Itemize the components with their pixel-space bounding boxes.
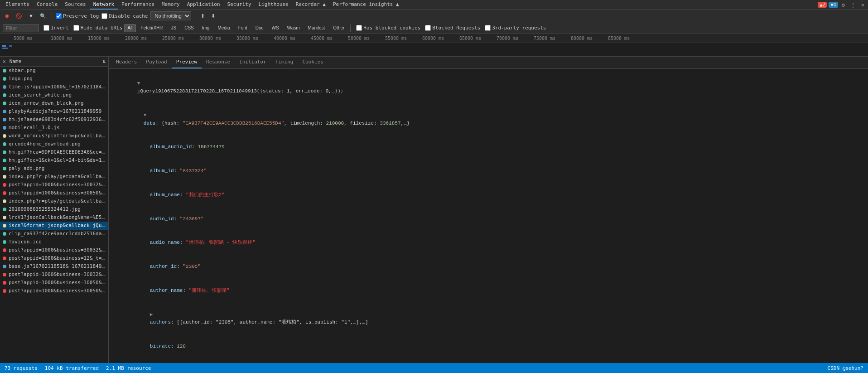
has-blocked-cookies-checkbox[interactable]: Has blocked cookies <box>356 25 420 31</box>
file-name: post?appid=1000&business=30050&_t=167021 <box>9 190 106 196</box>
blocked-requests-checkbox[interactable]: Blocked Requests <box>425 25 480 31</box>
file-item-iscn[interactable]: iscn?&format=jsonp&callback=jQuery191067… <box>0 222 108 230</box>
tab-elements[interactable]: Elements <box>2 0 33 10</box>
file-dot <box>3 208 6 211</box>
file-item-clip-mp3[interactable]: clip_ca937f42ce9aacc3cddb2516daee55d4.mp… <box>0 230 108 238</box>
file-item-playbyaudio[interactable]: playbyAudiojs?now=1670211849959 <box>0 107 108 116</box>
filter-ws-btn[interactable]: WS <box>268 24 282 32</box>
filter-js-btn[interactable]: JS <box>168 24 180 32</box>
file-item-post-2[interactable]: post?appid=1000&business=30050&_t=167021 <box>0 189 108 197</box>
file-item-post-7[interactable]: post?appid=1000&business=30050&_t=167021 <box>0 287 108 295</box>
file-item-timejs[interactable]: time.js?appid=1000&_t=16702118499518&_r=… <box>0 83 108 91</box>
tab-console[interactable]: Console <box>33 0 61 10</box>
file-item-post-6[interactable]: post?appid=1000&business=30050&_t=167021 <box>0 279 108 287</box>
triangle-data[interactable]: ▼ <box>144 112 147 118</box>
tab-timing[interactable]: Timing <box>271 57 298 68</box>
file-item-mobilecall[interactable]: mobilecall_3.0.js <box>0 124 108 132</box>
filter-all-btn[interactable]: All <box>124 24 135 32</box>
tab-network[interactable]: Network <box>90 0 118 10</box>
file-item-lrcv1[interactable]: lrcV1?jsonCallback&songName=%E5%BF%AB% <box>0 213 108 222</box>
file-item-basejs[interactable]: base.js?16702118518&_16702118499918 <box>0 262 108 271</box>
file-item-index-2[interactable]: index.php?r=play/getdata&callback=jQuery… <box>0 197 108 205</box>
file-item-paly-add[interactable]: paly_add.png <box>0 165 108 173</box>
tab-payload[interactable]: Payload <box>141 57 171 68</box>
file-item-icon-search[interactable]: icon_search_white.png <box>0 91 108 99</box>
tab-lighthouse[interactable]: Lighthouse <box>255 0 292 10</box>
file-dot <box>3 232 6 236</box>
import-button[interactable]: ⬆ <box>199 12 207 20</box>
file-item-hmjs[interactable]: hm.js?aedee6983d4cfc62f509129360d6bb3d <box>0 116 108 124</box>
settings-icon[interactable]: ⚙ <box>840 1 847 9</box>
file-item-word-nofocus[interactable]: word_nofocus?platform=pc&callback=jQuery… <box>0 132 108 140</box>
tab-application[interactable]: Application <box>183 0 224 10</box>
filter-fetch-xhr-btn[interactable]: Fetch/XHR <box>138 24 166 32</box>
tab-response[interactable]: Response <box>202 57 235 68</box>
sort-icon[interactable]: ⇅ <box>102 58 106 64</box>
divider-3 <box>350 24 351 32</box>
filter-img-btn[interactable]: Img <box>199 24 213 32</box>
tab-perf-insights[interactable]: Performance insights ▲ <box>329 0 403 10</box>
filter-other-btn[interactable]: Other <box>330 24 347 32</box>
file-item-hmgif-1[interactable]: hm.gif?hca=9DFDCAE9CEBDE3A6&cc=1&ck=1. <box>0 148 108 156</box>
triangle-authors[interactable]: ▶ <box>150 312 153 317</box>
filter-css-btn[interactable]: CSS <box>181 24 197 32</box>
close-devtools-icon[interactable]: ✕ <box>859 1 866 9</box>
status-bar: 73 requests 104 kB transferred 2.1 MB re… <box>0 363 868 373</box>
file-name: index.php?r=play/getdata&callback=jQuery… <box>9 174 106 179</box>
timeline-tick-8: 40000 ms <box>274 36 295 41</box>
clear-button[interactable]: 🚫 <box>14 12 24 20</box>
file-item-hmgif-2[interactable]: hm.gif?cc=1&ck=1&cl=24-bit&ds=1920x10808 <box>0 156 108 165</box>
filter-icon-btn[interactable]: ▼ <box>27 12 35 19</box>
notification-badge-1[interactable]: ▲2 <box>818 2 827 8</box>
file-item-post-5[interactable]: post?appid=1000&business=30032&_t=167021 <box>0 271 108 279</box>
throttling-select[interactable]: No throttling <box>150 11 191 20</box>
resource-size: 2.1 MB resource <box>106 365 151 371</box>
file-item-favicon[interactable]: favicon.ico <box>0 238 108 246</box>
preserve-log-checkbox[interactable]: Preserve log <box>56 13 99 19</box>
triangle-root[interactable]: ▼ <box>137 81 140 86</box>
file-dot <box>3 159 6 162</box>
file-dot <box>3 265 6 268</box>
tab-memory[interactable]: Memory <box>158 0 183 10</box>
file-item-shbar[interactable]: shbar.png <box>0 67 108 75</box>
file-item-logo[interactable]: logo.png <box>0 75 108 83</box>
timeline-tick-11: 55000 ms <box>385 36 407 41</box>
filter-manifest-btn[interactable]: Manifest <box>305 24 328 32</box>
notification-badge-2[interactable]: ▼4 <box>829 2 838 8</box>
file-dot <box>3 216 6 219</box>
file-item-jpg[interactable]: 20160908035255324412.jpg <box>0 205 108 213</box>
tab-security[interactable]: Security <box>224 0 255 10</box>
preserve-log-input[interactable] <box>56 13 62 19</box>
tab-recorder[interactable]: Recorder ▲ <box>292 0 329 10</box>
tab-performance[interactable]: Performance <box>118 0 158 10</box>
file-name: icon_arrow_down_black.png <box>9 100 84 106</box>
hide-data-urls-checkbox[interactable]: Hide data URLs <box>73 25 123 31</box>
tab-headers[interactable]: Headers <box>111 57 141 68</box>
file-item-qrcode[interactable]: qrcode4home_download.png <box>0 140 108 148</box>
file-item-post-3[interactable]: post?appid=1000&business=30032&_t=167021 <box>0 246 108 254</box>
filter-font-btn[interactable]: Font <box>235 24 251 32</box>
invert-checkbox[interactable]: Invert <box>43 25 69 31</box>
tab-sources[interactable]: Sources <box>61 0 89 10</box>
record-button[interactable]: ⏺ <box>3 12 11 19</box>
filter-input[interactable] <box>3 24 39 32</box>
disable-cache-checkbox[interactable]: Disable cache <box>101 13 148 19</box>
file-name: hm.gif?hca=9DFDCAE9CEBDE3A6&cc=1&ck=1. <box>9 149 106 155</box>
file-item-post-1[interactable]: post?appid=1000&business=30032&_t=167021 <box>0 181 108 189</box>
file-item-index-1[interactable]: index.php?r=play/getdata&callback=jQuery… <box>0 173 108 181</box>
file-item-icon-arrow[interactable]: icon_arrow_down_black.png <box>0 99 108 107</box>
tab-cookies[interactable]: Cookies <box>298 57 328 68</box>
file-item-post-4[interactable]: post?appid=1000&business=12&_t=167021185 <box>0 254 108 262</box>
disable-cache-input[interactable] <box>101 13 107 19</box>
tab-initiator[interactable]: Initiator <box>235 57 271 68</box>
more-options-icon[interactable]: ⋮ <box>849 1 858 9</box>
export-button[interactable]: ⬇ <box>209 12 217 20</box>
filter-wasm-btn[interactable]: Wasm <box>284 24 303 32</box>
file-name: lrcV1?jsonCallback&songName=%E5%BF%AB% <box>9 214 106 220</box>
search-button[interactable]: 🔍 <box>38 12 48 20</box>
filter-media-btn[interactable]: Media <box>214 24 233 32</box>
tab-preview[interactable]: Preview <box>172 57 202 68</box>
third-party-checkbox[interactable]: 3rd-party requests <box>485 25 546 31</box>
filter-doc-btn[interactable]: Doc <box>252 24 267 32</box>
close-panel-icon[interactable]: ✕ <box>3 58 6 64</box>
